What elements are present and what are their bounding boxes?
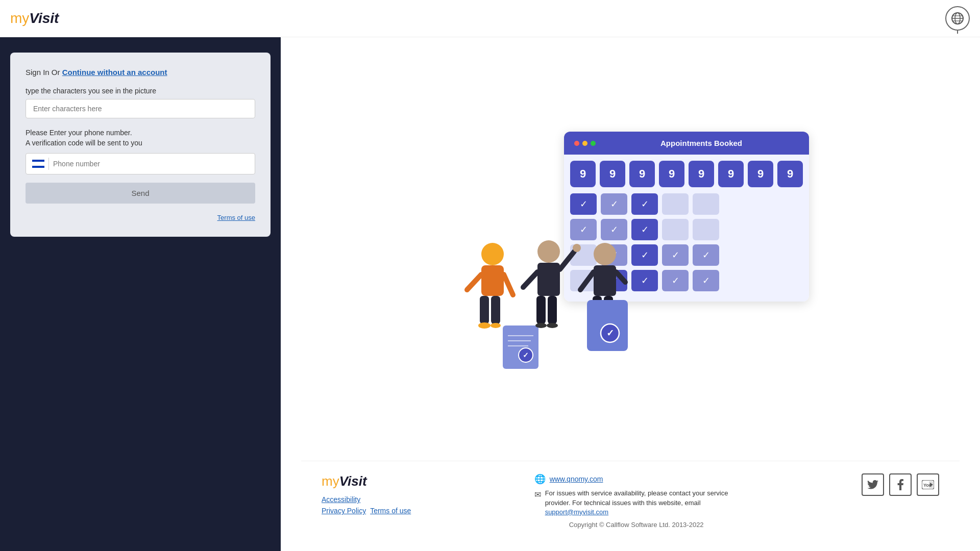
mail-icon: ✉: [534, 490, 541, 499]
dot-red: [574, 141, 579, 146]
footer-social: You: [862, 473, 939, 496]
facebook-link[interactable]: [889, 473, 912, 496]
footer-terms-link[interactable]: Terms of use: [370, 507, 411, 515]
facebook-icon: [897, 479, 904, 490]
illustration-area: Appointments Booked 9 9 9 9 9 9 9 9: [301, 47, 960, 461]
main-content: Sign In Or Continue without an account t…: [0, 37, 980, 551]
logo: myVisit: [10, 10, 59, 27]
svg-point-26: [535, 323, 547, 328]
calendar-header: Appointments Booked: [564, 132, 809, 155]
svg-rect-13: [503, 325, 538, 369]
footer-website-link[interactable]: www.qnomy.com: [550, 475, 603, 483]
flag-divider: [48, 158, 49, 170]
calendar-title: Appointments Booked: [604, 139, 799, 147]
dot-green: [591, 141, 596, 146]
number-cell-3: 9: [629, 161, 655, 187]
check-cell-3-3: ✓: [631, 244, 658, 266]
check-cell-1-3: ✓: [631, 193, 658, 215]
svg-point-5: [481, 243, 504, 265]
svg-point-28: [594, 243, 616, 265]
phone-input[interactable]: [53, 160, 249, 168]
number-cell-8: 9: [777, 161, 803, 187]
footer-email-row: ✉ For issues with service availability, …: [534, 489, 739, 517]
phone-input-wrapper: [26, 153, 255, 174]
terms-of-use-link[interactable]: Terms of use: [26, 214, 255, 221]
language-selector-button[interactable]: [945, 6, 970, 31]
logo-visit: Visit: [29, 10, 59, 26]
globe-icon: [951, 12, 964, 25]
accessibility-link[interactable]: Accessibility: [322, 495, 411, 504]
footer-middle: 🌐 www.qnomy.com ✉ For issues with servic…: [534, 473, 739, 529]
footer-left: myVisit Accessibility Privacy Policy Ter…: [322, 473, 411, 515]
twitter-icon: [867, 480, 878, 489]
check-cell-4-4: ✓: [662, 270, 689, 291]
footer-email-text: For issues with service availability, pl…: [545, 489, 739, 517]
dot-yellow: [582, 141, 587, 146]
check-cell-2-3: ✓: [631, 219, 658, 240]
continue-without-account-link[interactable]: Continue without an account: [62, 68, 167, 77]
check-cell-1-2: ✓: [601, 193, 627, 215]
check-cell-3-5: ✓: [693, 244, 719, 266]
appointments-container: Appointments Booked 9 9 9 9 9 9 9 9: [452, 132, 809, 377]
copyright: Copyright © Callflow Software Ltd. 2013-…: [534, 521, 739, 529]
privacy-policy-link[interactable]: Privacy Policy: [322, 507, 366, 515]
left-panel: Sign In Or Continue without an account t…: [0, 37, 281, 551]
calendar-dots: [574, 141, 596, 146]
svg-rect-29: [594, 265, 616, 296]
phone-label: Please Enter your phone number.: [26, 129, 255, 137]
number-cell-1: 9: [570, 161, 596, 187]
youtube-icon: You: [922, 480, 934, 489]
svg-line-30: [580, 272, 594, 290]
israel-flag-icon: [32, 160, 44, 168]
number-cell-7: 9: [748, 161, 773, 187]
sign-in-text: Sign In Or Continue without an account: [26, 68, 255, 77]
footer-logo-my: my: [322, 473, 339, 489]
svg-point-27: [547, 323, 558, 328]
support-email-link[interactable]: support@myvisit.com: [545, 508, 608, 516]
check-cell-2-5: [693, 219, 719, 240]
footer-globe-icon: 🌐: [534, 473, 546, 485]
svg-point-23: [573, 244, 581, 252]
svg-line-8: [504, 274, 513, 295]
svg-text:✓: ✓: [523, 351, 529, 359]
svg-line-22: [560, 252, 574, 269]
svg-rect-6: [481, 265, 504, 296]
footer-links: Accessibility Privacy Policy Terms of us…: [322, 495, 411, 515]
form-card: Sign In Or Continue without an account t…: [10, 53, 271, 237]
svg-rect-24: [536, 296, 546, 324]
number-cell-5: 9: [689, 161, 714, 187]
footer: myVisit Accessibility Privacy Policy Ter…: [301, 461, 960, 541]
captcha-label: type the characters you see in the pictu…: [26, 87, 255, 95]
right-panel: Appointments Booked 9 9 9 9 9 9 9 9: [281, 37, 980, 551]
check-cell-2-4: [662, 219, 689, 240]
svg-point-19: [537, 240, 560, 263]
svg-point-12: [491, 323, 501, 328]
footer-logo-visit: Visit: [339, 473, 367, 489]
check-cell-1-1: ✓: [570, 193, 597, 215]
check-cell-3-4: ✓: [662, 244, 689, 266]
twitter-link[interactable]: [862, 473, 884, 496]
number-cell-4: 9: [659, 161, 684, 187]
logo-my: my: [10, 10, 29, 26]
captcha-input[interactable]: [26, 99, 255, 118]
svg-text:✓: ✓: [606, 328, 614, 338]
number-row: 9 9 9 9 9 9 9 9: [570, 161, 803, 187]
svg-rect-25: [548, 296, 557, 324]
people-illustration: ✓: [452, 223, 630, 377]
footer-website: 🌐 www.qnomy.com: [534, 473, 739, 485]
youtube-link[interactable]: You: [917, 473, 939, 496]
svg-rect-10: [491, 296, 500, 324]
check-cell-4-5: ✓: [693, 270, 719, 291]
number-cell-2: 9: [600, 161, 625, 187]
svg-line-31: [616, 272, 625, 282]
svg-line-7: [467, 274, 481, 290]
svg-line-21: [523, 272, 537, 287]
svg-rect-20: [537, 263, 560, 296]
check-cell-1-5: [693, 193, 719, 215]
check-cell-1-4: [662, 193, 689, 215]
check-cell-4-3: ✓: [631, 270, 658, 291]
check-row-1: ✓ ✓ ✓: [570, 193, 803, 215]
svg-rect-9: [480, 296, 489, 324]
send-button[interactable]: Send: [26, 183, 255, 204]
number-cell-6: 9: [718, 161, 744, 187]
